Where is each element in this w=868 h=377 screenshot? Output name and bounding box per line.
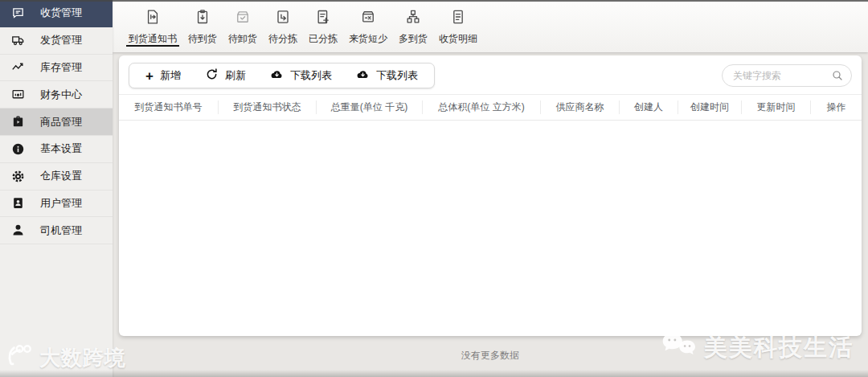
download-list-button-2-label: 下载列表 [376,68,418,83]
table-body-empty [119,121,862,336]
table-column-header: 操作 [810,100,862,114]
truck-icon [10,33,25,47]
table-column-header: 创建时间 [678,100,741,114]
table-column-header: 到货通知书状态 [218,100,316,114]
content-area: + 新增 刷新 下载列表 [113,52,868,377]
table-header-row: 到货通知书单号 到货通知书状态 总重量(单位 千克) 总体积(单位 立方米) 供… [119,94,862,121]
box-return-arrow-icon [275,9,291,28]
tab-bar: 到货通知书 待到货 待卸货 待分拣 [113,0,868,52]
message-icon [10,6,25,20]
tab-sorted[interactable]: 已分拣 [309,0,338,52]
sidebar-item-label: 用户管理 [40,196,82,211]
toolbar-button-group: + 新增 刷新 下载列表 [129,63,435,88]
sidebar-item-shipping-management[interactable]: 发货管理 [0,27,113,55]
table-column-header: 到货通知书单号 [119,100,218,114]
tab-pending-sort[interactable]: 待分拣 [268,0,297,52]
main-area: 到货通知书 待到货 待卸货 待分拣 [113,0,868,377]
box-x-icon [360,9,376,28]
trend-line-icon [10,60,25,75]
sidebar-item-user-management[interactable]: 用户管理 [0,191,113,218]
tab-arrival-notice[interactable]: 到货通知书 [129,0,177,52]
document-plus-icon [315,9,331,28]
add-button-label: 新增 [160,68,181,83]
sidebar-item-inventory-management[interactable]: 库存管理 [0,55,113,82]
refresh-icon [205,68,219,84]
sidebar-item-basic-settings[interactable]: 基本设置 [0,136,113,163]
cloud-download-icon [356,68,370,84]
briefcase-icon [10,115,25,129]
clipboard-down-icon [194,9,211,28]
refresh-button[interactable]: 刷新 [193,68,258,84]
sidebar-item-label: 收货管理 [40,6,82,20]
content-card: + 新增 刷新 下载列表 [119,55,862,336]
tab-overage-arrival[interactable]: 多到货 [399,0,428,52]
sidebar-item-label: 财务中心 [40,88,82,102]
tab-label: 收货明细 [439,32,477,46]
toolbar: + 新增 刷新 下载列表 [119,55,862,94]
info-icon [10,141,25,156]
tab-label: 待到货 [188,32,217,46]
search-box[interactable] [722,64,852,87]
table-column-header: 创建人 [619,100,678,114]
document-list-icon [450,9,466,28]
tab-label: 待分拣 [268,32,297,46]
download-list-button[interactable]: 下载列表 [258,68,344,84]
empty-state-text: 没有更多数据 [113,349,868,363]
sidebar: 收货管理 发货管理 库存管理 财务中心 商品管理 [0,0,113,377]
tab-pending-unload[interactable]: 待卸货 [228,0,257,52]
tab-pending-arrival[interactable]: 待到货 [188,0,217,52]
tab-label: 多到货 [399,32,428,46]
tab-receipt-detail[interactable]: 收货明细 [439,0,477,52]
sidebar-item-product-management[interactable]: 商品管理 [0,109,113,136]
gear-icon [10,169,25,183]
download-list-button-label: 下载列表 [290,68,332,83]
table-column-header: 总重量(单位 千克) [316,100,422,114]
table-column-header: 更新时间 [741,100,810,114]
table-column-header: 总体积(单位 立方米) [422,100,540,114]
search-input[interactable] [733,70,831,81]
tab-label: 来货短少 [349,32,387,46]
sidebar-item-label: 商品管理 [40,115,82,129]
finance-chart-icon [10,88,25,102]
sidebar-item-driver-management[interactable]: 司机管理 [0,217,113,244]
sidebar-item-label: 仓库设置 [40,169,82,183]
tab-label: 已分拣 [309,32,338,46]
sidebar-item-label: 司机管理 [40,223,82,238]
cloud-download-icon [270,68,284,84]
dashu-logo-icon [5,342,35,374]
sidebar-item-label: 库存管理 [40,60,82,75]
sidebar-item-warehouse-settings[interactable]: 仓库设置 [0,163,113,191]
blocks-icon [405,9,421,28]
refresh-button-label: 刷新 [225,68,246,83]
plus-icon: + [145,69,154,83]
tab-label: 待卸货 [228,32,257,46]
search-icon[interactable] [831,69,844,82]
box-check-icon [235,9,251,28]
id-badge-icon [10,196,25,211]
app-window: 收货管理 发货管理 库存管理 财务中心 商品管理 [0,0,868,377]
tab-arrival-shortage[interactable]: 来货短少 [349,0,387,52]
add-button[interactable]: + 新增 [133,68,193,83]
watermark-dashu-kuajing: 大数跨境 [5,342,126,374]
tab-label: 到货通知书 [129,32,177,46]
download-list-button-2[interactable]: 下载列表 [344,68,430,84]
sidebar-item-receiving-management[interactable]: 收货管理 [0,0,113,27]
sidebar-item-label: 基本设置 [40,141,82,156]
sidebar-item-label: 发货管理 [40,33,82,47]
sidebar-item-finance-center[interactable]: 财务中心 [0,81,113,109]
document-arrow-icon [145,9,161,28]
person-icon [10,223,25,238]
table-column-header: 供应商名称 [540,100,619,114]
